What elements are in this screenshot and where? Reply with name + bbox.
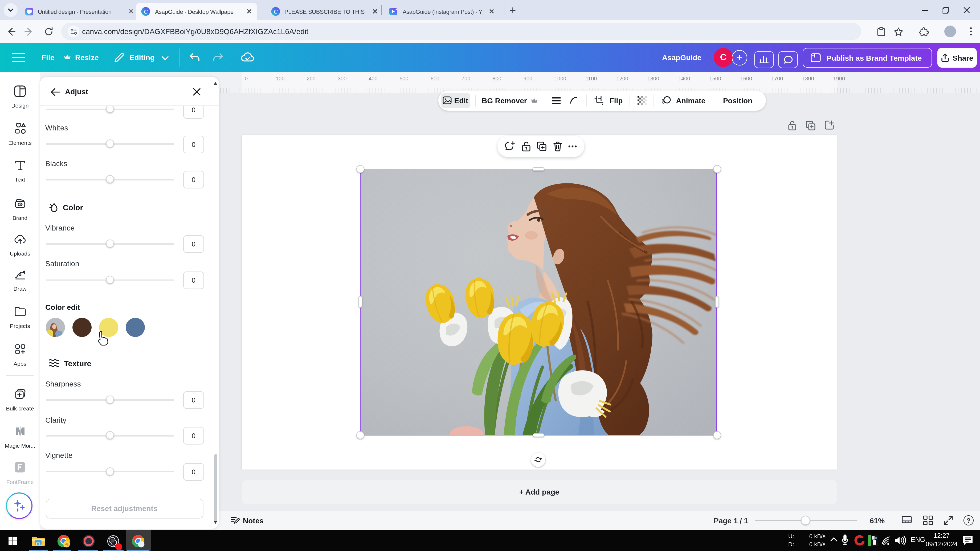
svg-text:C: C	[274, 8, 278, 15]
svg-text:C: C	[144, 8, 148, 15]
svg-text:co: co	[18, 203, 21, 206]
